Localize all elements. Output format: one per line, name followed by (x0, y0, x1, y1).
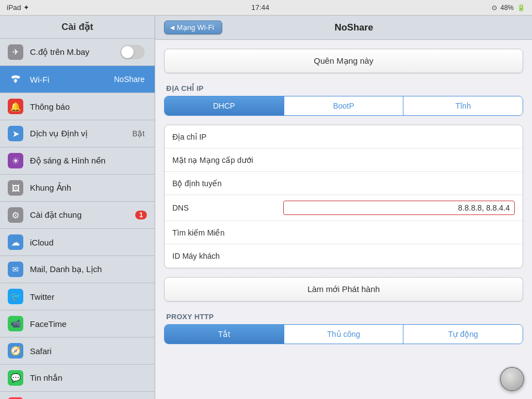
sidebar-title: Cài đặt (0, 16, 155, 39)
twitter-icon: 🐦 (8, 289, 23, 304)
form-row-dns: DNS (165, 195, 523, 221)
sidebar-item-facetime[interactable]: 📹 FaceTime (0, 310, 155, 337)
icloud-label: iCloud (30, 238, 147, 247)
toggle-switch[interactable] (120, 45, 145, 59)
proxy-segmented-control: Tắt Thủ công Tự động (164, 324, 523, 344)
main-container: Cài đặt ✈ C.độ trên M.bay (0, 16, 532, 399)
seg-tinh[interactable]: Tĩnh (403, 96, 523, 115)
airplane-toggle[interactable] (120, 45, 147, 59)
settings-icon: ⚙ (8, 207, 23, 223)
mail-icon: ✉ (8, 262, 23, 277)
sidebar-item-general[interactable]: ⚙ Cài đặt chung 1 (0, 202, 155, 229)
messages-label: Tin nhắn (30, 373, 147, 383)
wifi-value: NoShare (114, 75, 145, 84)
form-row-search-domain: Tìm kiếm Miền (165, 221, 523, 244)
sidebar-item-airplane[interactable]: ✈ C.độ trên M.bay (0, 39, 155, 66)
form-row-client-id: ID Máy khách (165, 244, 523, 268)
search-domain-input[interactable] (283, 228, 515, 237)
location-icon: ➤ (8, 126, 23, 141)
ip-segmented-control: DHCP BootP Tĩnh (164, 96, 523, 116)
seg-bootp[interactable]: BootP (284, 96, 404, 115)
ip-input[interactable] (283, 132, 515, 141)
messages-icon: 💬 (8, 370, 23, 386)
general-label: Cài đặt chung (30, 210, 135, 220)
dns-input[interactable] (288, 203, 510, 212)
form-row-ip: Địa chỉ IP (165, 125, 523, 149)
safari-label: Safari (30, 346, 147, 356)
wifi-icon (8, 71, 23, 87)
sidebar-item-messages[interactable]: 💬 Tin nhắn (0, 365, 155, 392)
renew-lease-button[interactable]: Làm mới Phát hành (164, 277, 523, 301)
network-form: Địa chỉ IP Mặt nạ Mạng cấp dưới Bộ định … (164, 125, 523, 268)
subnet-input[interactable] (283, 156, 515, 165)
dns-input-wrapper (283, 201, 515, 215)
sidebar-item-brightness[interactable]: ☀ Độ sáng & Hình nền (0, 147, 155, 175)
router-input[interactable] (283, 179, 515, 188)
brightness-label: Độ sáng & Hình nền (30, 156, 147, 166)
proxy-section-title: Proxy HTTP (164, 313, 523, 321)
seg-manual[interactable]: Thủ công (284, 325, 404, 344)
router-label: Bộ định tuyến (172, 179, 283, 188)
sidebar-item-wifi[interactable]: Wi-Fi NoShare (0, 66, 155, 93)
seg-dhcp[interactable]: DHCP (165, 96, 284, 115)
ip-label: Địa chỉ IP (172, 132, 283, 141)
form-row-router: Bộ định tuyến (165, 172, 523, 195)
seg-auto[interactable]: Tự động (403, 325, 523, 344)
facetime-label: FaceTime (30, 319, 147, 329)
content-area: Mạng Wi-Fi NoShare Quên Mạng này Địa chỉ… (155, 16, 532, 399)
search-domain-label: Tìm kiếm Miền (172, 228, 283, 237)
battery-icon: ⊙ (492, 4, 497, 12)
icloud-icon: ☁ (8, 234, 23, 250)
twitter-label: Twitter (30, 292, 147, 301)
brightness-icon: ☀ (8, 153, 23, 168)
notif-icon: 🔔 (8, 99, 23, 114)
frame-label: Khung Ảnh (30, 183, 147, 193)
safari-icon: 🧭 (8, 343, 23, 359)
wifi-label: Wi-Fi (30, 75, 114, 84)
airplane-label: C.độ trên M.bay (30, 47, 120, 57)
content-title: NoShare (229, 22, 479, 33)
status-bar: iPad ✦ 17:44 ⊙ 48% 🔋 (0, 0, 532, 16)
toggle-knob (121, 46, 134, 58)
dns-label: DNS (172, 203, 283, 212)
sidebar-item-mail[interactable]: ✉ Mail, Danh bạ, Lịch (0, 256, 155, 283)
mail-label: Mail, Danh bạ, Lịch (30, 264, 147, 274)
sidebar-item-music[interactable]: 🎵 Nhạc (0, 392, 155, 399)
device-label: iPad ✦ (7, 3, 29, 12)
content-body: Quên Mạng này Địa chỉ IP DHCP BootP Tĩnh… (155, 40, 532, 399)
home-button[interactable] (500, 367, 524, 391)
sidebar-item-notifications[interactable]: 🔔 Thông báo (0, 93, 155, 120)
status-right: ⊙ 48% 🔋 (492, 4, 525, 12)
seg-off[interactable]: Tắt (165, 325, 284, 344)
content-header: Mạng Wi-Fi NoShare (155, 16, 532, 40)
sidebar-item-location[interactable]: ➤ Dịch vụ Định vị Bật (0, 120, 155, 147)
battery-level: 48% (500, 4, 514, 12)
client-id-input[interactable] (283, 252, 515, 260)
frame-icon: 🖼 (8, 180, 23, 196)
ip-section-title: Địa chỉ IP (164, 84, 523, 93)
location-label: Dịch vụ Định vị (30, 129, 132, 139)
notif-label: Thông báo (30, 102, 147, 111)
location-value: Bật (132, 129, 145, 138)
forget-network-button[interactable]: Quên Mạng này (164, 49, 523, 73)
sidebar-item-safari[interactable]: 🧭 Safari (0, 337, 155, 365)
general-badge: 1 (135, 211, 147, 219)
status-left: iPad ✦ (7, 3, 29, 12)
status-time: 17:44 (252, 3, 270, 12)
back-button[interactable]: Mạng Wi-Fi (164, 21, 222, 34)
client-id-label: ID Máy khách (172, 252, 283, 260)
battery-visual: 🔋 (517, 4, 525, 12)
sidebar-item-twitter[interactable]: 🐦 Twitter (0, 283, 155, 310)
form-row-subnet: Mặt nạ Mạng cấp dưới (165, 149, 523, 172)
sidebar: Cài đặt ✈ C.độ trên M.bay (0, 16, 155, 399)
sidebar-item-icloud[interactable]: ☁ iCloud (0, 229, 155, 256)
sidebar-item-frame[interactable]: 🖼 Khung Ảnh (0, 175, 155, 202)
facetime-icon: 📹 (8, 316, 23, 331)
airplane-icon: ✈ (8, 44, 23, 60)
subnet-label: Mặt nạ Mạng cấp dưới (172, 156, 283, 165)
